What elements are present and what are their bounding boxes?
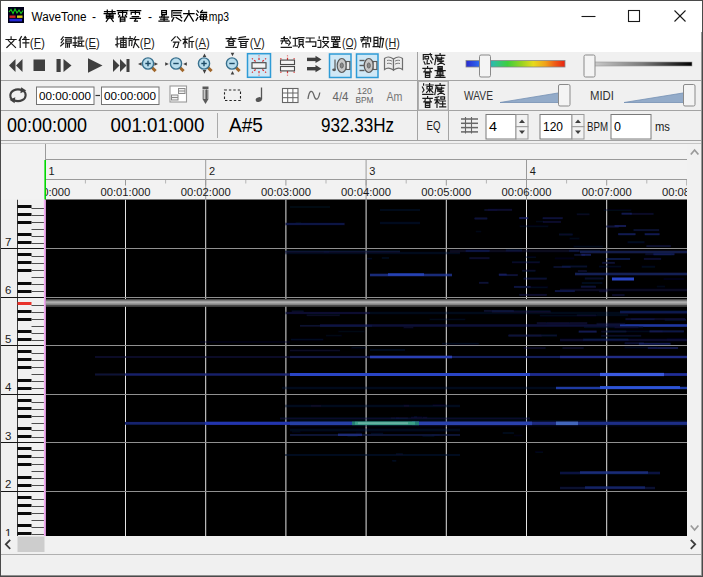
svg-text:MIDI: MIDI <box>590 89 614 103</box>
svg-text:7: 7 <box>5 236 11 248</box>
svg-text:.mp3: .mp3 <box>206 10 229 24</box>
svg-text:00:04:000: 00:04:000 <box>341 186 391 198</box>
svg-text:932.33Hz: 932.33Hz <box>321 114 394 136</box>
svg-text:(V): (V) <box>250 36 265 50</box>
svg-text:EQ: EQ <box>427 119 441 133</box>
svg-text:(F): (F) <box>30 36 45 50</box>
svg-text:4: 4 <box>489 120 497 134</box>
svg-text:-: - <box>92 10 96 24</box>
svg-text:2: 2 <box>5 478 11 490</box>
svg-text:BPM: BPM <box>587 120 608 134</box>
svg-text:6: 6 <box>5 284 11 296</box>
svg-text:00:03:000: 00:03:000 <box>261 186 311 198</box>
svg-text:1: 1 <box>49 165 55 177</box>
svg-text:120: 120 <box>543 120 563 134</box>
svg-text:0: 0 <box>614 120 621 134</box>
svg-text:(P): (P) <box>140 36 155 50</box>
svg-text:001:01:000: 001:01:000 <box>111 114 205 136</box>
svg-text:4: 4 <box>5 381 12 393</box>
svg-text:00:06:000: 00:06:000 <box>502 186 552 198</box>
svg-text:00:00:000: 00:00:000 <box>104 90 156 102</box>
svg-text:00:05:000: 00:05:000 <box>421 186 471 198</box>
svg-text:-: - <box>148 10 152 24</box>
svg-text:00:01:000: 00:01:000 <box>101 186 151 198</box>
svg-text:4/4: 4/4 <box>333 90 349 104</box>
svg-text:3: 3 <box>369 165 375 177</box>
svg-text:A#5: A#5 <box>229 114 263 136</box>
svg-text:4: 4 <box>530 165 536 177</box>
svg-text:WaveTone: WaveTone <box>32 10 87 24</box>
svg-text:ms: ms <box>655 120 670 134</box>
svg-text:2: 2 <box>209 165 215 177</box>
svg-text:00:00:000: 00:00:000 <box>7 114 87 136</box>
svg-text:00:02:000: 00:02:000 <box>181 186 231 198</box>
svg-text:WAVE: WAVE <box>464 89 493 103</box>
svg-text:BPM: BPM <box>356 94 374 105</box>
svg-text:(H): (H) <box>385 36 400 50</box>
svg-text:00:07:000: 00:07:000 <box>582 186 632 198</box>
svg-text:(A): (A) <box>195 36 210 50</box>
svg-text:5: 5 <box>5 333 11 345</box>
svg-text:00:00:000: 00:00:000 <box>39 90 91 102</box>
svg-text:Am: Am <box>387 89 403 104</box>
svg-text:3: 3 <box>5 430 11 442</box>
svg-text:(E): (E) <box>85 36 100 50</box>
svg-text:(O): (O) <box>342 36 357 50</box>
